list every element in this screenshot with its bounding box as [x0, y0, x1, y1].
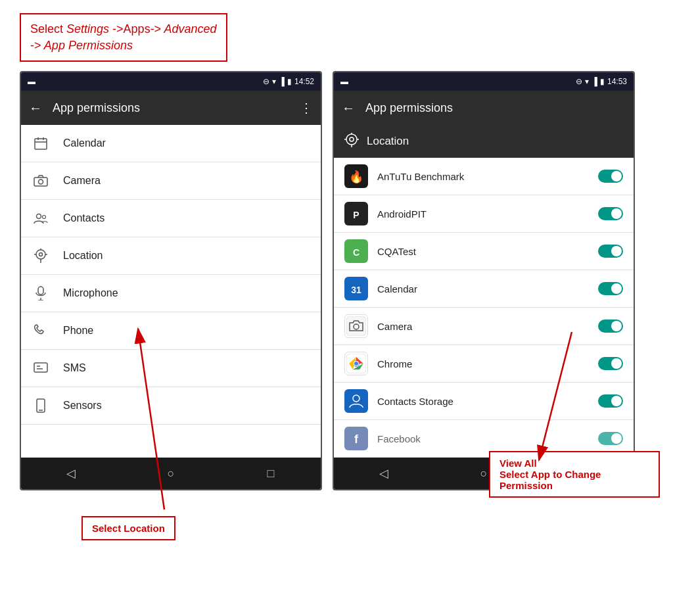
svg-point-42: [354, 362, 358, 366]
instruction-box-top: Select Settings ->Apps-> Advanced -> App…: [20, 13, 227, 62]
phones-area: ▬ ⊖ ▾ ▐ ▮ 14:52 ← App permissions ⋮: [20, 71, 635, 490]
location-header-title: Location: [367, 135, 409, 148]
sim-icon: ▬: [28, 77, 35, 86]
phone-left: ▬ ⊖ ▾ ▐ ▮ 14:52 ← App permissions ⋮: [20, 71, 322, 490]
svg-rect-43: [346, 391, 366, 411]
svg-text:31: 31: [351, 285, 361, 295]
svg-point-5: [39, 179, 43, 184]
wifi-icon: ▾: [272, 77, 276, 86]
app-bar-title-left: App permissions: [53, 101, 289, 115]
phone-icon: [32, 321, 50, 340]
annotation-location-text: Select Location: [92, 523, 165, 534]
chrome-icon: [344, 352, 368, 375]
time-right: 14:53: [607, 77, 627, 86]
contacts-toggle[interactable]: [598, 394, 623, 408]
facebook-name: Facebook: [377, 433, 589, 444]
list-item-microphone[interactable]: Microphone: [21, 275, 321, 312]
antutu-toggle[interactable]: [598, 170, 623, 183]
app-item-camera[interactable]: Camera: [334, 308, 634, 345]
sms-icon: [32, 359, 50, 377]
antutu-icon: 🔥: [344, 164, 368, 188]
signal-icon: ▐: [279, 77, 285, 86]
androidpit-name: AndroidPIT: [377, 208, 589, 220]
contacts-app-icon: [344, 389, 368, 413]
camera-toggle[interactable]: [598, 320, 623, 333]
location-label: Location: [63, 250, 310, 262]
svg-rect-0: [35, 139, 47, 149]
antutu-name: AnTuTu Benchmark: [377, 171, 589, 182]
app-item-facebook[interactable]: f Facebook: [334, 420, 634, 458]
list-item-camera[interactable]: Camera: [21, 162, 321, 200]
calendar-icon: [32, 134, 50, 153]
menu-button-left[interactable]: ⋮: [300, 100, 313, 116]
minus-icon-right: ⊖: [576, 77, 582, 86]
recent-nav-left[interactable]: □: [254, 458, 287, 489]
list-item-sensors[interactable]: Sensors: [21, 387, 321, 425]
annotation-select-location: Select Location: [81, 516, 175, 540]
signal-icon-right: ▐: [592, 77, 597, 86]
app-item-calendar[interactable]: 31 Calendar: [334, 270, 634, 308]
app-item-cqatest[interactable]: C CQATest: [334, 233, 634, 270]
location-header-icon: [344, 133, 359, 151]
status-bar-right: ▬ ⊖ ▾ ▐ ▮ 14:53: [334, 72, 634, 91]
calendar-toggle[interactable]: [598, 282, 623, 295]
phone-label: Phone: [63, 325, 310, 337]
recent-nav-right[interactable]: □: [567, 458, 600, 489]
app-item-contacts[interactable]: Contacts Storage: [334, 383, 634, 420]
back-nav-right[interactable]: ◁: [367, 458, 400, 489]
back-button-right[interactable]: ←: [342, 101, 355, 116]
contacts-label: Contacts: [63, 212, 310, 224]
svg-text:P: P: [353, 210, 359, 220]
app-item-androidpit[interactable]: P AndroidPIT: [334, 195, 634, 233]
svg-point-22: [346, 134, 357, 145]
facebook-toggle[interactable]: [598, 432, 623, 445]
home-nav-right[interactable]: ○: [467, 458, 500, 489]
list-item-location[interactable]: Location: [21, 237, 321, 275]
camera-app-icon: [344, 314, 368, 338]
contacts-icon: [32, 209, 50, 227]
svg-text:f: f: [354, 433, 359, 446]
app-item-antutu[interactable]: 🔥 AnTuTu Benchmark: [334, 158, 634, 195]
svg-rect-4: [34, 178, 47, 186]
list-item-contacts[interactable]: Contacts: [21, 200, 321, 237]
svg-text:C: C: [353, 247, 360, 258]
app-bar-right: ← App permissions: [334, 91, 634, 125]
androidpit-toggle[interactable]: [598, 207, 623, 220]
list-item-sms[interactable]: SMS: [21, 350, 321, 387]
cqatest-toggle[interactable]: [598, 245, 623, 258]
calendar-app-icon: 31: [344, 277, 368, 300]
time-left: 14:52: [294, 77, 314, 86]
wifi-icon-right: ▾: [585, 77, 589, 86]
svg-rect-17: [34, 363, 47, 372]
location-header: Location: [334, 125, 634, 158]
battery-icon-right: ▮: [600, 77, 605, 86]
minus-icon: ⊖: [263, 77, 269, 86]
sms-label: SMS: [63, 362, 310, 374]
status-left-icons: ▬: [28, 77, 35, 86]
svg-point-23: [350, 137, 354, 141]
svg-point-7: [43, 216, 46, 219]
chrome-toggle[interactable]: [598, 357, 623, 370]
svg-point-6: [37, 214, 41, 219]
page-container: Select Settings ->Apps-> Advanced -> App…: [0, 0, 673, 616]
back-button-left[interactable]: ←: [29, 101, 42, 116]
camera-label: Camera: [63, 175, 310, 187]
microphone-label: Microphone: [63, 287, 310, 299]
sensors-icon: [32, 396, 50, 415]
app-item-chrome[interactable]: Chrome: [334, 345, 634, 383]
back-nav-left[interactable]: ◁: [55, 458, 87, 489]
status-bar-left: ▬ ⊖ ▾ ▐ ▮ 14:52: [21, 72, 321, 91]
calendar-app-name: Calendar: [377, 283, 589, 295]
chrome-name: Chrome: [377, 358, 589, 369]
sim-icon-right: ▬: [340, 77, 348, 86]
camera-app-name: Camera: [377, 321, 589, 332]
list-item-calendar[interactable]: Calendar: [21, 125, 321, 162]
list-item-phone[interactable]: Phone: [21, 312, 321, 350]
home-nav-left[interactable]: ○: [154, 458, 187, 489]
status-left-icons-right: ▬: [340, 77, 348, 86]
battery-icon: ▮: [287, 77, 292, 86]
svg-rect-14: [38, 287, 43, 295]
cqatest-name: CQATest: [377, 246, 589, 257]
contacts-app-name: Contacts Storage: [377, 396, 589, 407]
svg-point-8: [36, 250, 45, 259]
